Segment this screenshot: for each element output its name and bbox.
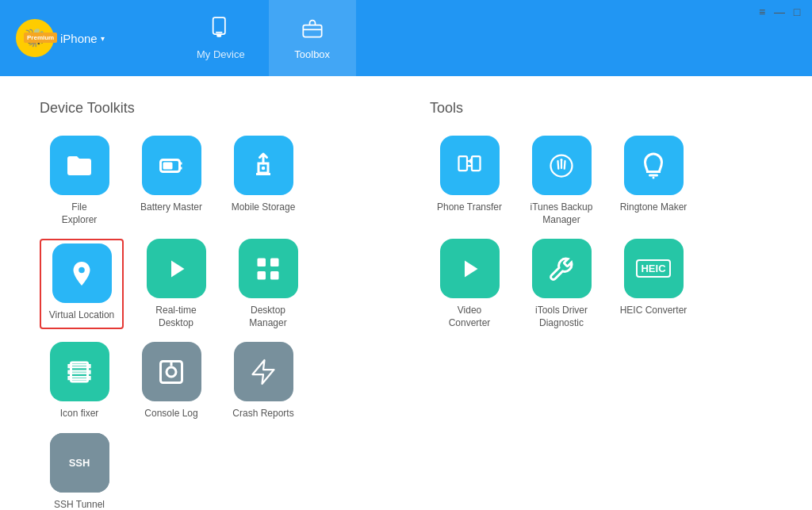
- realtime-desktop-label: Real-timeDesktop: [155, 305, 196, 329]
- virtual-location-icon-box: [52, 243, 112, 303]
- tool-realtime-desktop[interactable]: Real-timeDesktop: [136, 239, 216, 329]
- svg-rect-15: [270, 271, 279, 280]
- svg-rect-3: [303, 25, 321, 36]
- tool-ssh-tunnel[interactable]: SSH SSH Tunnel: [40, 433, 119, 510]
- mobile-storage-label: Mobile Storage: [232, 201, 296, 214]
- heic-converter-label: HEIC Converter: [620, 305, 688, 317]
- icon-fixer-icon-box: [50, 342, 109, 401]
- nav-item-toolbox-label: Toolbox: [294, 48, 330, 60]
- video-converter-icon-box: [440, 239, 500, 298]
- crash-reports-icon-box: [234, 342, 293, 401]
- phone-transfer-icon-box: [440, 136, 500, 195]
- tool-battery-master[interactable]: Battery Master: [132, 136, 211, 226]
- tool-itools-driver[interactable]: iTools DriverDiagnostic: [522, 239, 601, 329]
- svg-point-10: [79, 267, 85, 273]
- svg-point-18: [167, 367, 176, 377]
- menu-button[interactable]: ≡: [756, 6, 768, 17]
- device-name-label: iPhone: [60, 32, 98, 45]
- file-explorer-icon-box: [50, 136, 109, 195]
- nav-item-my-device[interactable]: My Device: [173, 0, 269, 76]
- content-area: Device Toolkits FileExplorer Battery Mas…: [0, 76, 812, 510]
- virtual-location-label: Virtual Location: [49, 309, 115, 322]
- console-log-label: Console Log: [144, 408, 197, 420]
- file-explorer-label: FileExplorer: [62, 201, 98, 226]
- crash-reports-label: Crash Reports: [232, 408, 293, 420]
- video-converter-label: VideoConverter: [449, 305, 491, 329]
- tool-phone-transfer[interactable]: Phone Transfer: [430, 136, 509, 226]
- app-logo: 🐝 Premium: [16, 19, 54, 57]
- itools-driver-icon-box: [532, 239, 592, 298]
- console-log-icon-box: [142, 342, 201, 401]
- battery-master-icon-box: [142, 136, 201, 195]
- realtime-desktop-icon-box: [147, 239, 206, 298]
- mobile-storage-icon-box: [234, 136, 293, 195]
- tool-heic-converter[interactable]: HEIC HEIC Converter: [614, 239, 693, 329]
- tool-video-converter[interactable]: VideoConverter: [430, 239, 509, 329]
- nav-items: My Device Toolbox: [173, 0, 356, 76]
- ssh-tunnel-label: SSH Tunnel: [54, 499, 105, 510]
- svg-rect-14: [258, 271, 266, 280]
- toolbox-icon: [301, 17, 324, 44]
- tool-mobile-storage[interactable]: Mobile Storage: [224, 136, 303, 226]
- maximize-button[interactable]: □: [791, 6, 802, 17]
- tools-section: Tools Phone Transfer iTunes BackupManage…: [430, 100, 772, 510]
- tool-console-log[interactable]: Console Log: [132, 342, 211, 420]
- device-chevron-icon: ▾: [101, 34, 105, 43]
- tools-title: Tools: [430, 100, 772, 117]
- tool-virtual-location[interactable]: Virtual Location: [40, 239, 124, 329]
- tool-crash-reports[interactable]: Crash Reports: [224, 342, 303, 420]
- minimize-button[interactable]: —: [774, 6, 785, 17]
- tool-file-explorer[interactable]: FileExplorer: [40, 136, 119, 226]
- svg-rect-6: [163, 162, 173, 169]
- itools-driver-label: iTools DriverDiagnostic: [535, 305, 588, 329]
- svg-marker-25: [465, 260, 478, 277]
- svg-point-22: [561, 159, 563, 161]
- my-device-icon: [209, 17, 232, 44]
- desktop-manager-label: DesktopManager: [249, 305, 286, 329]
- itunes-backup-label: iTunes BackupManager: [530, 201, 593, 226]
- svg-rect-12: [258, 258, 266, 267]
- tool-ringtone-maker[interactable]: Ringtone Maker: [614, 136, 693, 226]
- nav-item-toolbox[interactable]: Toolbox: [269, 0, 356, 76]
- battery-master-label: Battery Master: [140, 201, 202, 214]
- ssh-tunnel-icon-box: SSH: [50, 433, 109, 493]
- premium-badge: Premium: [24, 33, 57, 43]
- tool-icon-fixer[interactable]: Icon fixer: [40, 342, 119, 420]
- svg-rect-21: [472, 156, 481, 171]
- svg-rect-20: [459, 156, 468, 171]
- svg-marker-11: [171, 260, 185, 277]
- phone-transfer-label: Phone Transfer: [437, 201, 502, 214]
- tools-grid: Phone Transfer iTunes BackupManager Ring…: [430, 136, 772, 329]
- nav-item-my-device-label: My Device: [197, 48, 245, 60]
- device-selector[interactable]: iPhone ▾: [60, 32, 105, 45]
- header: 🐝 Premium iPhone ▾ My Device: [0, 0, 812, 76]
- ringtone-maker-label: Ringtone Maker: [620, 201, 688, 214]
- tool-itunes-backup[interactable]: iTunes BackupManager: [522, 136, 601, 226]
- tool-desktop-manager[interactable]: DesktopManager: [228, 239, 308, 329]
- device-toolkits-title: Device Toolkits: [40, 100, 382, 117]
- device-toolkits-section: Device Toolkits FileExplorer Battery Mas…: [40, 100, 382, 510]
- svg-rect-13: [270, 258, 279, 267]
- itunes-backup-icon-box: [532, 136, 592, 195]
- device-toolkits-grid: FileExplorer Battery Master Mobile Stora…: [40, 136, 382, 510]
- logo-area: 🐝 Premium iPhone ▾: [0, 0, 173, 76]
- svg-rect-2: [217, 34, 222, 37]
- ringtone-maker-icon-box: [624, 136, 684, 195]
- desktop-manager-icon-box: [239, 239, 298, 298]
- title-bar: ≡ — □: [747, 0, 812, 24]
- icon-fixer-label: Icon fixer: [60, 408, 99, 420]
- heic-converter-icon-box: HEIC: [624, 239, 684, 298]
- svg-point-9: [262, 166, 266, 170]
